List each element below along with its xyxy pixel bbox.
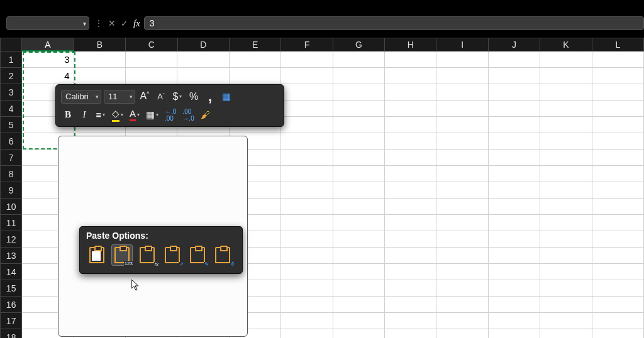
cell[interactable] [489, 199, 540, 215]
select-all-corner[interactable] [0, 38, 22, 52]
fx-icon[interactable]: fx [133, 18, 140, 29]
cell[interactable] [489, 264, 540, 280]
cell[interactable] [540, 101, 592, 117]
cell[interactable] [540, 133, 592, 150]
row-header[interactable]: 9 [0, 182, 22, 199]
cell[interactable] [592, 84, 644, 101]
cell[interactable] [333, 84, 385, 101]
cell[interactable] [281, 84, 333, 101]
col-header-C[interactable]: C [126, 38, 177, 52]
cell[interactable] [436, 248, 488, 264]
cell[interactable] [385, 248, 436, 264]
conditional-format-button[interactable]: ▦ [219, 89, 233, 104]
cell[interactable] [385, 280, 436, 297]
cell[interactable] [489, 68, 540, 84]
formula-input[interactable]: 3 [144, 16, 644, 30]
cell[interactable] [436, 297, 488, 313]
cell[interactable] [281, 231, 333, 248]
align-button[interactable]: ≡▾ [94, 107, 108, 123]
cell[interactable] [281, 313, 333, 329]
cell[interactable] [540, 84, 592, 101]
cell[interactable] [540, 117, 592, 133]
cell[interactable] [281, 68, 333, 84]
cell[interactable] [592, 329, 644, 338]
row-header[interactable]: 7 [0, 150, 22, 166]
borders-button[interactable]: ▦▾ [144, 107, 160, 123]
cell[interactable] [385, 199, 436, 215]
cell-A2[interactable]: 4 [22, 68, 74, 84]
cell[interactable] [385, 150, 436, 166]
cell[interactable] [74, 68, 126, 84]
cell[interactable] [489, 329, 540, 338]
cell[interactable] [592, 231, 644, 248]
row-header[interactable]: 5 [0, 117, 22, 133]
cell[interactable] [385, 264, 436, 280]
cell[interactable] [592, 199, 644, 215]
cell[interactable] [281, 133, 333, 150]
cancel-formula-icon[interactable]: ✕ [108, 18, 116, 28]
col-header-A[interactable]: A [22, 38, 74, 52]
cell[interactable] [436, 52, 488, 68]
row-header[interactable]: 4 [0, 101, 22, 117]
row-header[interactable]: 6 [0, 133, 22, 150]
paste-button[interactable] [86, 244, 108, 266]
cell[interactable] [592, 52, 644, 68]
cell[interactable] [592, 150, 644, 166]
cell[interactable] [126, 68, 177, 84]
cell[interactable] [489, 52, 540, 68]
cell[interactable] [281, 101, 333, 117]
cell[interactable] [385, 117, 436, 133]
row-header[interactable]: 3 [0, 84, 22, 101]
cell[interactable] [592, 264, 644, 280]
cell[interactable] [333, 52, 385, 68]
row-header[interactable]: 14 [0, 264, 22, 280]
col-header-F[interactable]: F [281, 38, 333, 52]
cell[interactable] [540, 264, 592, 280]
cell[interactable] [489, 231, 540, 248]
cell[interactable] [385, 182, 436, 199]
fill-color-button[interactable]: ◇▾ [110, 107, 125, 123]
cell[interactable] [385, 52, 436, 68]
cell[interactable] [489, 166, 540, 182]
cell[interactable] [436, 182, 488, 199]
col-header-K[interactable]: K [540, 38, 592, 52]
cell[interactable] [540, 150, 592, 166]
col-header-L[interactable]: L [592, 38, 644, 52]
row-header[interactable]: 12 [0, 231, 22, 248]
font-color-button[interactable]: A▾ [128, 107, 142, 123]
cell[interactable] [177, 68, 229, 84]
accept-formula-icon[interactable]: ✓ [121, 18, 128, 28]
cell[interactable] [333, 166, 385, 182]
cell[interactable] [489, 150, 540, 166]
cell[interactable] [436, 280, 488, 297]
cell[interactable] [592, 280, 644, 297]
cell[interactable] [489, 133, 540, 150]
cell[interactable] [436, 199, 488, 215]
cell[interactable] [592, 166, 644, 182]
row-header[interactable]: 8 [0, 166, 22, 182]
cell[interactable] [436, 264, 488, 280]
row-header[interactable]: 15 [0, 280, 22, 297]
cell[interactable] [436, 68, 488, 84]
cell[interactable] [489, 297, 540, 313]
cell[interactable] [540, 329, 592, 338]
font-size-select[interactable]: 11 ▾ [104, 90, 135, 104]
cell[interactable] [592, 68, 644, 84]
cell[interactable] [540, 68, 592, 84]
paste-formulas-button[interactable]: fx [136, 244, 158, 266]
cell[interactable] [281, 150, 333, 166]
cell[interactable] [436, 329, 488, 338]
cell[interactable] [540, 52, 592, 68]
cell[interactable] [592, 215, 644, 231]
cell[interactable] [489, 117, 540, 133]
shrink-font-button[interactable]: Aˇ [154, 89, 168, 104]
cell[interactable] [592, 313, 644, 329]
cell[interactable] [385, 215, 436, 231]
cell[interactable] [436, 313, 488, 329]
cell[interactable] [230, 68, 281, 84]
cell[interactable] [540, 231, 592, 248]
cell[interactable] [489, 280, 540, 297]
cell[interactable] [385, 133, 436, 150]
cell[interactable] [436, 166, 488, 182]
cell[interactable] [385, 68, 436, 84]
